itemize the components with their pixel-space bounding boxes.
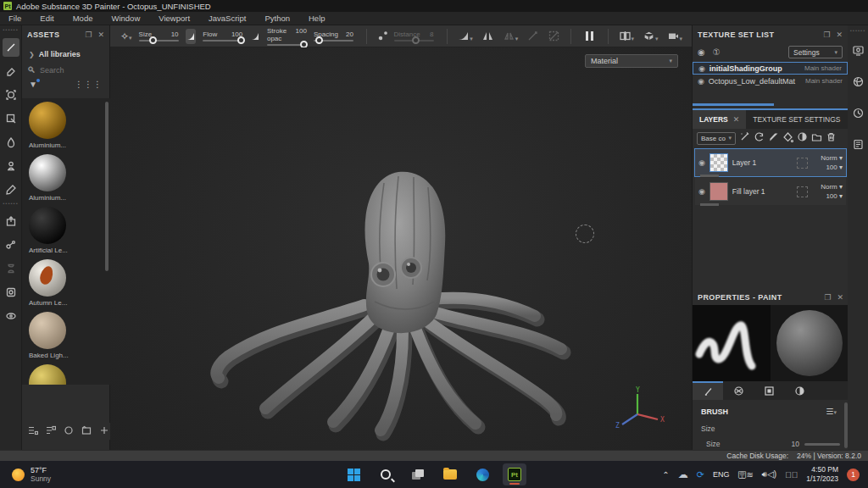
- layer-row[interactable]: ◉ Layer 1 Norm ▾ 100 ▾: [695, 149, 846, 176]
- undock-icon[interactable]: ❐: [824, 293, 831, 302]
- tab-brush[interactable]: [693, 381, 723, 400]
- layer-visibility-icon[interactable]: ◉: [698, 187, 705, 196]
- mask-tool[interactable]: [3, 307, 19, 325]
- menu-file[interactable]: File: [8, 14, 21, 23]
- close-tab-icon[interactable]: ✕: [733, 115, 740, 124]
- stroke-opacity-track[interactable]: [267, 44, 307, 46]
- horizontal-scrollbar[interactable]: [693, 103, 774, 106]
- toolstrip-grip[interactable]: ••••••: [3, 28, 19, 32]
- camera-icon[interactable]: ▾: [667, 30, 683, 42]
- grid-view-icon[interactable]: ⋮⋮⋮: [75, 80, 103, 89]
- mask-placeholder[interactable]: [797, 158, 808, 169]
- size-track[interactable]: [139, 40, 179, 42]
- add-effect-icon[interactable]: [754, 130, 765, 146]
- painter-taskbar-button[interactable]: Pt: [503, 463, 526, 485]
- opacity-dropdown[interactable]: 100 ▾: [826, 192, 843, 200]
- asset-item[interactable]: Brass Pure: [22, 361, 110, 385]
- tray-chevron-icon[interactable]: ⌃: [662, 470, 669, 480]
- blend-mode-dropdown[interactable]: Norm ▾: [821, 154, 843, 162]
- polygon-fill-tool[interactable]: [3, 109, 19, 128]
- shading-mode-dropdown[interactable]: Material ▾: [585, 54, 678, 68]
- flow-track[interactable]: [203, 40, 242, 42]
- tab-layers[interactable]: LAYERS ✕: [693, 110, 746, 129]
- preset-menu-icon[interactable]: ☰▾: [826, 407, 837, 416]
- scatter-icon[interactable]: [377, 30, 390, 42]
- flow-slider[interactable]: Flow100: [203, 30, 242, 42]
- clone-tool[interactable]: [3, 157, 19, 175]
- asset-item[interactable]: Aluminium...: [22, 151, 110, 203]
- viewport-3d[interactable]: Material ▾ Y X Z: [110, 47, 692, 450]
- file-explorer-button[interactable]: [438, 463, 462, 485]
- particles-tool[interactable]: [3, 236, 19, 254]
- spacing-slider[interactable]: Spacing20: [314, 30, 353, 42]
- layer-thumbnail[interactable]: [709, 153, 728, 172]
- onedrive-icon[interactable]: ☁︎: [678, 469, 688, 480]
- delete-layer-icon[interactable]: [826, 130, 837, 146]
- new-folder-icon[interactable]: [81, 425, 92, 437]
- channel-filter-dropdown[interactable]: Base co ▾: [697, 132, 736, 145]
- tab-material[interactable]: [784, 381, 815, 400]
- bake-tool[interactable]: [3, 283, 19, 302]
- toolstrip-grip-2[interactable]: ••••••: [3, 202, 19, 206]
- sync-icon[interactable]: ⟳: [697, 469, 704, 480]
- solo-icon[interactable]: ①: [713, 47, 721, 57]
- smudge-tool[interactable]: [3, 133, 19, 152]
- physics-timer-tool[interactable]: [3, 259, 19, 278]
- rail-grip[interactable]: ••••••: [850, 29, 866, 33]
- history-icon[interactable]: [852, 107, 865, 123]
- pause-engine-button[interactable]: [586, 31, 593, 41]
- close-icon[interactable]: ✕: [837, 293, 843, 302]
- add-paint-layer-icon[interactable]: [768, 130, 779, 146]
- layer-visibility-icon[interactable]: ◉: [698, 158, 705, 167]
- tab-texture-set-settings[interactable]: TEXTURE SET SETTINGS: [746, 110, 847, 129]
- display-settings-icon[interactable]: [852, 44, 865, 60]
- distance-slider[interactable]: Distance8: [394, 30, 434, 42]
- volume-icon[interactable]: 🔊︎◁): [762, 469, 776, 480]
- mask-placeholder[interactable]: [797, 186, 808, 197]
- brush-alpha-icon[interactable]: ✧▾: [120, 30, 132, 42]
- add-group-icon[interactable]: [811, 130, 822, 146]
- lazy-mouse-icon[interactable]: [526, 30, 539, 42]
- opacity-dropdown[interactable]: 100 ▾: [826, 164, 843, 171]
- close-icon[interactable]: ✕: [97, 30, 104, 39]
- tab-alpha[interactable]: [723, 381, 754, 400]
- size-slider[interactable]: Size10: [139, 30, 179, 42]
- viewport-3d-icon[interactable]: ▾: [643, 30, 659, 42]
- size-row-slider[interactable]: [804, 443, 840, 446]
- export-tool[interactable]: [3, 212, 19, 230]
- menu-python[interactable]: Python: [264, 14, 290, 23]
- clock[interactable]: 4:50 PM 1/17/2023: [806, 465, 838, 484]
- stencil-disabled-icon[interactable]: [548, 30, 560, 42]
- shader-sphere-icon[interactable]: [852, 75, 865, 92]
- asset-item[interactable]: Autumn Le...: [22, 256, 110, 308]
- texture-set-row[interactable]: ◉ initialShadingGroup Main shader: [693, 62, 848, 75]
- all-libraries-row[interactable]: ❯ All libraries: [22, 44, 109, 62]
- undock-icon[interactable]: ❐: [85, 30, 92, 39]
- paint-tool[interactable]: [3, 38, 19, 57]
- weather-widget[interactable]: 57°F Sunny: [0, 466, 254, 483]
- start-button[interactable]: [342, 463, 365, 485]
- spacing-track[interactable]: [314, 40, 353, 42]
- edge-button[interactable]: [470, 463, 494, 485]
- asset-item[interactable]: Baked Ligh...: [22, 308, 110, 361]
- menu-window[interactable]: Window: [111, 14, 140, 23]
- visibility-eye-icon[interactable]: ◉: [698, 64, 705, 73]
- tab-stencil[interactable]: [754, 381, 784, 400]
- menu-help[interactable]: Help: [309, 14, 326, 23]
- search-button[interactable]: [374, 463, 398, 485]
- projection-tool[interactable]: [3, 86, 19, 104]
- menu-edit[interactable]: Edit: [40, 14, 53, 23]
- asset-item[interactable]: Artificial Le...: [22, 203, 110, 256]
- detail-view-icon[interactable]: [46, 425, 56, 437]
- assets-scrollbar[interactable]: [105, 102, 108, 271]
- stroke-falloff-icon[interactable]: ▾: [457, 30, 473, 42]
- add-smart-mask-icon[interactable]: [797, 130, 808, 146]
- asset-item[interactable]: Aluminium...: [22, 98, 110, 151]
- material-picker-tool[interactable]: [3, 180, 19, 199]
- battery-icon[interactable]: ▭⃒: [785, 470, 798, 480]
- language-indicator[interactable]: ENG: [713, 470, 730, 479]
- texture-set-row[interactable]: ◉ Octopus_Low_defaultMat Main shader: [693, 75, 848, 87]
- size-falloff-button[interactable]: [186, 29, 197, 44]
- notification-badge[interactable]: 1: [847, 469, 860, 481]
- stroke-opacity-slider[interactable]: Stroke opac100: [267, 27, 307, 46]
